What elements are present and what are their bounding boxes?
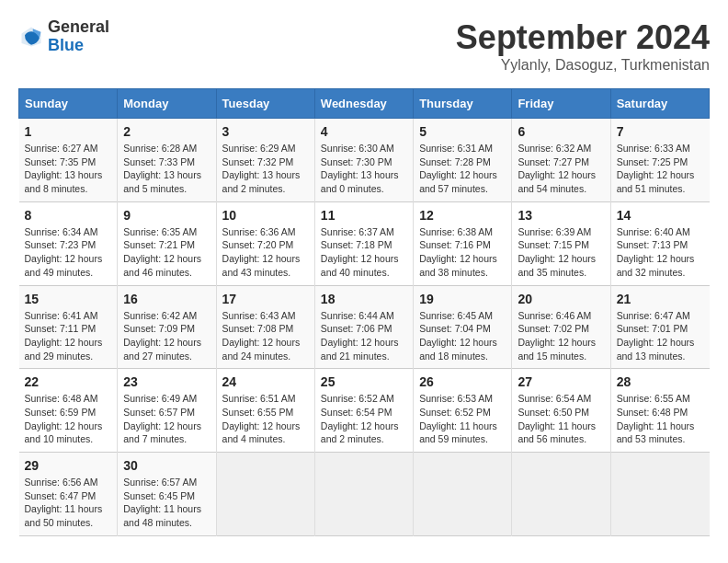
calendar-cell: 16Sunrise: 6:42 AMSunset: 7:09 PMDayligh… <box>118 285 216 369</box>
calendar-cell: 1Sunrise: 6:27 AMSunset: 7:35 PMDaylight… <box>19 119 118 202</box>
day-number: 30 <box>123 458 210 473</box>
cell-info: Sunrise: 6:52 AMSunset: 6:54 PMDaylight:… <box>321 393 399 444</box>
day-number: 8 <box>25 208 112 223</box>
logo-text: General Blue <box>48 18 109 55</box>
calendar-cell: 3Sunrise: 6:29 AMSunset: 7:32 PMDaylight… <box>216 119 314 202</box>
calendar-cell: 24Sunrise: 6:51 AMSunset: 6:55 PMDayligh… <box>216 369 314 453</box>
cell-info: Sunrise: 6:31 AMSunset: 7:28 PMDaylight:… <box>419 143 497 194</box>
calendar-week-row: 8Sunrise: 6:34 AMSunset: 7:23 PMDaylight… <box>19 201 710 285</box>
day-number: 28 <box>617 374 704 389</box>
cell-info: Sunrise: 6:29 AMSunset: 7:32 PMDaylight:… <box>222 143 301 194</box>
calendar-cell <box>512 453 610 536</box>
cell-info: Sunrise: 6:45 AMSunset: 7:04 PMDaylight:… <box>419 310 497 362</box>
calendar-cell: 5Sunrise: 6:31 AMSunset: 7:28 PMDaylight… <box>414 119 512 202</box>
cell-info: Sunrise: 6:35 AMSunset: 7:21 PMDaylight:… <box>123 226 201 278</box>
day-number: 27 <box>518 374 604 389</box>
calendar-cell: 14Sunrise: 6:40 AMSunset: 7:13 PMDayligh… <box>610 201 709 285</box>
calendar-week-row: 15Sunrise: 6:41 AMSunset: 7:11 PMDayligh… <box>19 285 710 369</box>
calendar-cell: 6Sunrise: 6:32 AMSunset: 7:27 PMDaylight… <box>512 119 610 202</box>
calendar-cell: 13Sunrise: 6:39 AMSunset: 7:15 PMDayligh… <box>512 201 610 285</box>
cell-info: Sunrise: 6:51 AMSunset: 6:55 PMDaylight:… <box>222 393 301 444</box>
calendar-cell: 23Sunrise: 6:49 AMSunset: 6:57 PMDayligh… <box>118 369 216 453</box>
weekday-header-tuesday: Tuesday <box>216 89 314 119</box>
calendar-cell: 8Sunrise: 6:34 AMSunset: 7:23 PMDaylight… <box>19 201 118 285</box>
day-number: 20 <box>518 292 604 306</box>
calendar-cell: 9Sunrise: 6:35 AMSunset: 7:21 PMDaylight… <box>118 201 216 285</box>
calendar-cell <box>216 453 314 536</box>
title-block: September 2024 Yylanly, Dasoguz, Turkmen… <box>456 18 710 74</box>
day-number: 23 <box>123 374 210 389</box>
cell-info: Sunrise: 6:41 AMSunset: 7:11 PMDaylight:… <box>25 310 103 362</box>
cell-info: Sunrise: 6:53 AMSunset: 6:52 PMDaylight:… <box>419 393 497 444</box>
page-header: General Blue September 2024 Yylanly, Das… <box>18 18 710 74</box>
calendar-cell: 29Sunrise: 6:56 AMSunset: 6:47 PMDayligh… <box>19 453 118 536</box>
calendar-cell: 18Sunrise: 6:44 AMSunset: 7:06 PMDayligh… <box>314 285 413 369</box>
day-number: 16 <box>123 292 210 306</box>
month-title: September 2024 <box>456 18 710 57</box>
calendar-cell: 11Sunrise: 6:37 AMSunset: 7:18 PMDayligh… <box>314 201 413 285</box>
cell-info: Sunrise: 6:44 AMSunset: 7:06 PMDaylight:… <box>321 310 399 362</box>
calendar-cell: 2Sunrise: 6:28 AMSunset: 7:33 PMDaylight… <box>118 119 216 202</box>
day-number: 19 <box>419 292 506 306</box>
calendar-cell: 15Sunrise: 6:41 AMSunset: 7:11 PMDayligh… <box>19 285 118 369</box>
day-number: 1 <box>25 124 112 139</box>
cell-info: Sunrise: 6:34 AMSunset: 7:23 PMDaylight:… <box>25 226 103 278</box>
calendar-cell: 7Sunrise: 6:33 AMSunset: 7:25 PMDaylight… <box>610 119 709 202</box>
calendar-cell: 17Sunrise: 6:43 AMSunset: 7:08 PMDayligh… <box>216 285 314 369</box>
day-number: 9 <box>123 208 210 223</box>
cell-info: Sunrise: 6:36 AMSunset: 7:20 PMDaylight:… <box>222 226 301 278</box>
calendar-week-row: 22Sunrise: 6:48 AMSunset: 6:59 PMDayligh… <box>19 369 710 453</box>
cell-info: Sunrise: 6:37 AMSunset: 7:18 PMDaylight:… <box>321 226 399 278</box>
cell-info: Sunrise: 6:27 AMSunset: 7:35 PMDaylight:… <box>25 143 103 194</box>
cell-info: Sunrise: 6:43 AMSunset: 7:08 PMDaylight:… <box>222 310 301 362</box>
day-number: 6 <box>518 124 604 139</box>
calendar-cell: 4Sunrise: 6:30 AMSunset: 7:30 PMDaylight… <box>314 119 413 202</box>
day-number: 17 <box>222 292 309 306</box>
day-number: 14 <box>617 208 704 223</box>
day-number: 21 <box>617 292 704 306</box>
cell-info: Sunrise: 6:30 AMSunset: 7:30 PMDaylight:… <box>321 143 399 194</box>
calendar-cell: 19Sunrise: 6:45 AMSunset: 7:04 PMDayligh… <box>414 285 512 369</box>
calendar-table: SundayMondayTuesdayWednesdayThursdayFrid… <box>18 88 710 536</box>
day-number: 26 <box>419 374 506 389</box>
calendar-cell: 20Sunrise: 6:46 AMSunset: 7:02 PMDayligh… <box>512 285 610 369</box>
cell-info: Sunrise: 6:57 AMSunset: 6:45 PMDaylight:… <box>123 477 201 528</box>
day-number: 10 <box>222 208 309 223</box>
day-number: 13 <box>518 208 604 223</box>
day-number: 7 <box>617 124 704 139</box>
cell-info: Sunrise: 6:54 AMSunset: 6:50 PMDaylight:… <box>518 393 596 444</box>
calendar-week-row: 29Sunrise: 6:56 AMSunset: 6:47 PMDayligh… <box>19 453 710 536</box>
weekday-header-wednesday: Wednesday <box>314 89 413 119</box>
day-number: 11 <box>321 208 407 223</box>
cell-info: Sunrise: 6:55 AMSunset: 6:48 PMDaylight:… <box>617 393 695 444</box>
calendar-cell: 22Sunrise: 6:48 AMSunset: 6:59 PMDayligh… <box>19 369 118 453</box>
day-number: 29 <box>25 458 112 473</box>
cell-info: Sunrise: 6:46 AMSunset: 7:02 PMDaylight:… <box>518 310 596 362</box>
day-number: 15 <box>25 292 112 306</box>
weekday-header-monday: Monday <box>118 89 216 119</box>
day-number: 24 <box>222 374 309 389</box>
day-number: 18 <box>321 292 407 306</box>
weekday-header-thursday: Thursday <box>414 89 512 119</box>
weekday-header-sunday: Sunday <box>19 89 118 119</box>
cell-info: Sunrise: 6:56 AMSunset: 6:47 PMDaylight:… <box>25 477 103 528</box>
day-number: 5 <box>419 124 506 139</box>
calendar-cell: 30Sunrise: 6:57 AMSunset: 6:45 PMDayligh… <box>118 453 216 536</box>
calendar-cell <box>414 453 512 536</box>
cell-info: Sunrise: 6:40 AMSunset: 7:13 PMDaylight:… <box>617 226 695 278</box>
weekday-header-friday: Friday <box>512 89 610 119</box>
weekday-header-saturday: Saturday <box>610 89 709 119</box>
cell-info: Sunrise: 6:47 AMSunset: 7:01 PMDaylight:… <box>617 310 695 362</box>
cell-info: Sunrise: 6:42 AMSunset: 7:09 PMDaylight:… <box>123 310 201 362</box>
day-number: 25 <box>321 374 407 389</box>
day-number: 3 <box>222 124 309 139</box>
cell-info: Sunrise: 6:49 AMSunset: 6:57 PMDaylight:… <box>123 393 201 444</box>
cell-info: Sunrise: 6:38 AMSunset: 7:16 PMDaylight:… <box>419 226 497 278</box>
location: Yylanly, Dasoguz, Turkmenistan <box>456 57 710 74</box>
cell-info: Sunrise: 6:48 AMSunset: 6:59 PMDaylight:… <box>25 393 103 444</box>
calendar-cell <box>314 453 413 536</box>
calendar-week-row: 1Sunrise: 6:27 AMSunset: 7:35 PMDaylight… <box>19 119 710 202</box>
day-number: 2 <box>123 124 210 139</box>
cell-info: Sunrise: 6:39 AMSunset: 7:15 PMDaylight:… <box>518 226 596 278</box>
day-number: 12 <box>419 208 506 223</box>
